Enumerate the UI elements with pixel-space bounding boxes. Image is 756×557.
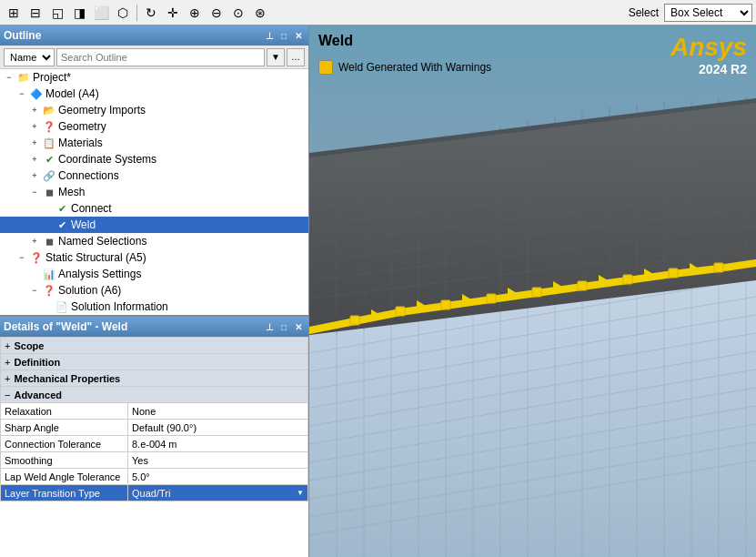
tree-toggle-materials[interactable]: + bbox=[29, 137, 40, 148]
warning-text: Weld Generated With Warnings bbox=[338, 61, 491, 74]
view-wireframe-icon[interactable]: ⬜ bbox=[91, 3, 111, 23]
svg-rect-56 bbox=[396, 307, 405, 316]
tree-item-materials[interactable]: +📋Materials bbox=[0, 135, 308, 151]
tree-item-model[interactable]: −🔷Model (A4) bbox=[0, 86, 308, 102]
details-table: +Scope+Definition+Mechanical Properties−… bbox=[0, 337, 308, 557]
tree-label-solution: Solution (A6) bbox=[58, 284, 121, 297]
tree-item-named-selections[interactable]: +◼Named Selections bbox=[0, 233, 308, 249]
tree-toggle-solution[interactable]: − bbox=[29, 285, 40, 296]
tree-item-mesh[interactable]: −◼Mesh bbox=[0, 184, 308, 200]
svg-rect-58 bbox=[487, 294, 496, 303]
tree-toggle-solution-info bbox=[42, 301, 53, 312]
prop-row-0[interactable]: RelaxationNone bbox=[1, 403, 308, 420]
toolbar: ⊞ ⊟ ◱ ◨ ⬜ ⬡ ↻ ✛ ⊕ ⊖ ⊙ ⊛ Select Box Selec… bbox=[0, 0, 756, 25]
tree-label-geom-imports: Geometry Imports bbox=[58, 104, 146, 116]
main-content: Outline ⊥ □ ✕ Name ▼ … −📁Project*−🔷Model… bbox=[0, 25, 756, 557]
tree-item-geometry[interactable]: +❓Geometry bbox=[0, 118, 308, 135]
svg-rect-60 bbox=[578, 281, 587, 290]
tree-item-weld[interactable]: ✔Weld bbox=[0, 217, 308, 233]
zoom-out-icon[interactable]: ⊖ bbox=[207, 3, 227, 23]
details-pin-icon[interactable]: ⊥ bbox=[263, 320, 276, 333]
tree-label-geometry: Geometry bbox=[58, 120, 106, 133]
tree-item-geom-imports[interactable]: +📂Geometry Imports bbox=[0, 102, 308, 118]
section-expander-advanced: − bbox=[5, 390, 10, 400]
tree-icon-model: 🔷 bbox=[29, 86, 44, 101]
zoom-extents-icon[interactable]: ⊞ bbox=[4, 3, 24, 23]
tree-toggle-geom-imports[interactable]: + bbox=[29, 105, 40, 116]
prop-value: 5.0° bbox=[128, 469, 308, 485]
prop-value[interactable]: Quad/Tri▼ bbox=[128, 485, 308, 501]
close-icon[interactable]: ✕ bbox=[292, 29, 305, 42]
tree-icon-weld: ✔ bbox=[55, 218, 69, 232]
tree-toggle-named-selections[interactable]: + bbox=[29, 236, 40, 247]
tree-icon-solution: ❓ bbox=[42, 283, 56, 298]
search-type-dropdown[interactable]: Name bbox=[4, 48, 55, 66]
tree-item-connections[interactable]: +🔗Connections bbox=[0, 167, 308, 184]
section-label-advanced: Advanced bbox=[14, 390, 62, 400]
prop-dropdown[interactable]: Quad/Tri▼ bbox=[132, 488, 304, 499]
zoom-in-icon[interactable]: ⊕ bbox=[185, 3, 205, 23]
tree-icon-coord-systems: ✔ bbox=[42, 152, 56, 167]
tree-toggle-model[interactable]: − bbox=[16, 88, 27, 99]
details-float-icon[interactable]: □ bbox=[277, 320, 290, 333]
tree-toggle-project[interactable]: − bbox=[4, 72, 15, 83]
tree-icon-project: 📁 bbox=[16, 70, 31, 85]
ansys-brand-text: Ansys bbox=[670, 33, 747, 62]
prop-row-2[interactable]: Connection Tolerance8.e-004 m bbox=[1, 436, 308, 452]
tree-toggle-coord-systems[interactable]: + bbox=[29, 154, 40, 165]
prop-row-5[interactable]: Layer Transition TypeQuad/Tri▼ bbox=[1, 485, 308, 501]
svg-rect-63 bbox=[714, 263, 723, 272]
prop-value: Yes bbox=[128, 452, 308, 469]
cursor-icon[interactable]: ✛ bbox=[163, 3, 183, 23]
prop-row-1[interactable]: Sharp AngleDefault (90.0°) bbox=[1, 420, 308, 436]
section-scope[interactable]: +Scope bbox=[1, 338, 308, 354]
section-expander-mech-props: + bbox=[5, 373, 10, 384]
search-input[interactable] bbox=[56, 48, 265, 66]
tree-label-connections: Connections bbox=[58, 169, 119, 182]
pan-icon[interactable]: ⊛ bbox=[250, 3, 270, 23]
prop-label: Smoothing bbox=[1, 452, 128, 469]
tree-icon-connect: ✔ bbox=[55, 201, 69, 216]
section-mech-props[interactable]: +Mechanical Properties bbox=[1, 370, 308, 387]
tree-item-connect[interactable]: ✔Connect bbox=[0, 200, 308, 217]
select-dropdown[interactable]: Box Select Single Select bbox=[664, 4, 752, 22]
tree-toggle-connections[interactable]: + bbox=[29, 170, 40, 181]
view-box-icon[interactable]: ⬡ bbox=[113, 3, 133, 23]
search-chevron-icon[interactable]: ▼ bbox=[267, 48, 285, 66]
tree-icon-mesh: ◼ bbox=[42, 185, 56, 199]
tree-toggle-static-structural[interactable]: − bbox=[16, 252, 27, 263]
search-options-icon[interactable]: … bbox=[287, 48, 305, 66]
zoom-fit-icon[interactable]: ⊟ bbox=[25, 3, 45, 23]
details-close-icon[interactable]: ✕ bbox=[292, 320, 305, 333]
tree-item-project[interactable]: −📁Project* bbox=[0, 69, 308, 86]
tree-item-coord-systems[interactable]: +✔Coordinate Systems bbox=[0, 151, 308, 167]
separator-1 bbox=[136, 5, 137, 21]
tree-icon-solution-info: 📄 bbox=[55, 299, 69, 314]
prop-row-3[interactable]: SmoothingYes bbox=[1, 452, 308, 469]
section-label-definition: Definition bbox=[14, 357, 60, 368]
prop-row-4[interactable]: Lap Weld Angle Tolerance5.0° bbox=[1, 469, 308, 485]
details-titlebar-icons: ⊥ □ ✕ bbox=[263, 320, 305, 333]
float-icon[interactable]: □ bbox=[277, 29, 290, 42]
tree-item-solution[interactable]: −❓Solution (A6) bbox=[0, 282, 308, 299]
section-definition[interactable]: +Definition bbox=[1, 354, 308, 370]
view-iso-icon[interactable]: ◱ bbox=[47, 3, 67, 23]
tree-item-solution-info[interactable]: 📄Solution Information bbox=[0, 299, 308, 315]
prop-value: Default (90.0°) bbox=[128, 420, 308, 436]
prop-value: 8.e-004 m bbox=[128, 436, 308, 452]
tree-item-static-structural[interactable]: −❓Static Structural (A5) bbox=[0, 249, 308, 266]
tree-item-analysis-settings[interactable]: 📊Analysis Settings bbox=[0, 266, 308, 282]
rotate-icon[interactable]: ↻ bbox=[141, 3, 161, 23]
viewport[interactable]: Weld Ansys 2024 R2 Weld Generated With W… bbox=[309, 25, 756, 557]
zoom-box-icon[interactable]: ⊙ bbox=[228, 3, 248, 23]
tree-label-materials: Materials bbox=[58, 137, 103, 149]
tree-toggle-geometry[interactable]: + bbox=[29, 121, 40, 132]
mesh-svg bbox=[309, 25, 756, 557]
section-advanced[interactable]: −Advanced bbox=[1, 387, 308, 403]
view-shaded-icon[interactable]: ◨ bbox=[69, 3, 89, 23]
tree-toggle-mesh[interactable]: − bbox=[29, 187, 40, 197]
outline-tree: −📁Project*−🔷Model (A4)+📂Geometry Imports… bbox=[0, 69, 308, 315]
pin-icon[interactable]: ⊥ bbox=[263, 29, 276, 42]
prop-label: Lap Weld Angle Tolerance bbox=[1, 469, 128, 485]
details-titlebar: Details of "Weld" - Weld ⊥ □ ✕ bbox=[0, 317, 308, 337]
